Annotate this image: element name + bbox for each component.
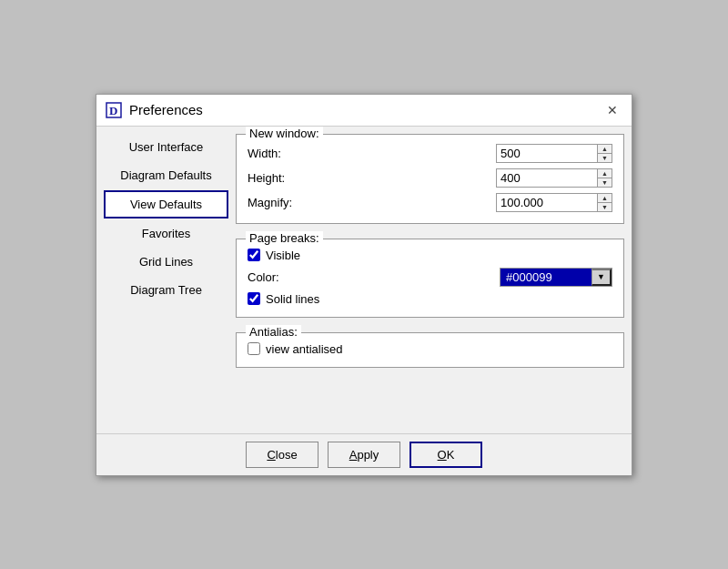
sidebar-item-diagram-tree[interactable]: Diagram Tree: [104, 277, 228, 303]
color-picker-wrapper: ▼: [500, 268, 612, 287]
apply-button[interactable]: Apply: [328, 442, 400, 468]
width-input[interactable]: [497, 145, 597, 162]
magnify-label: Magnify:: [248, 196, 320, 209]
visible-checkbox[interactable]: [248, 249, 260, 261]
magnify-row: Magnify: ▲ ▼: [248, 193, 612, 212]
ok-button[interactable]: OK: [410, 442, 482, 468]
main-panel: New window: Width: ▲ ▼ Height:: [236, 134, 624, 426]
sidebar-item-grid-lines[interactable]: Grid Lines: [104, 249, 228, 275]
solid-lines-row: Solid lines: [248, 292, 612, 306]
view-antialised-row: view antialised: [248, 342, 612, 356]
width-label: Width:: [248, 147, 320, 160]
height-input[interactable]: [497, 169, 597, 187]
height-row: Height: ▲ ▼: [248, 168, 612, 188]
sidebar-item-user-interface[interactable]: User Interface: [104, 134, 228, 160]
color-input[interactable]: [500, 269, 592, 286]
sidebar-item-favorites[interactable]: Favorites: [104, 220, 228, 247]
new-window-legend: New window:: [246, 127, 323, 140]
close-button[interactable]: Close: [246, 442, 318, 468]
width-spin-down[interactable]: ▼: [598, 154, 612, 162]
close-icon-button[interactable]: ✕: [602, 100, 622, 120]
content-area: User Interface Diagram Defaults View Def…: [96, 127, 632, 433]
sidebar-item-view-defaults[interactable]: View Defaults: [104, 190, 228, 218]
svg-text:D: D: [109, 104, 117, 117]
title-bar-left: D Preferences: [106, 102, 203, 118]
magnify-spinner: ▲ ▼: [496, 193, 612, 212]
solid-lines-checkbox[interactable]: [248, 292, 260, 305]
bottom-bar: Close Apply OK: [96, 433, 632, 475]
width-spin-up[interactable]: ▲: [598, 145, 612, 154]
view-antialised-checkbox[interactable]: [248, 342, 260, 355]
preferences-dialog: D Preferences ✕ User Interface Diagram D…: [96, 94, 632, 476]
title-bar: D Preferences ✕: [96, 95, 632, 127]
new-window-group: New window: Width: ▲ ▼ Height:: [236, 134, 624, 224]
page-breaks-group: Page breaks: Visible Color: ▼ Solid line…: [236, 239, 624, 318]
sidebar-item-diagram-defaults[interactable]: Diagram Defaults: [104, 162, 228, 188]
page-breaks-legend: Page breaks:: [246, 231, 323, 245]
antialias-legend: Antialias:: [246, 325, 301, 339]
magnify-input[interactable]: [497, 194, 597, 211]
width-spinner: ▲ ▼: [496, 144, 612, 163]
magnify-spin-up[interactable]: ▲: [598, 194, 612, 203]
height-spin-down[interactable]: ▼: [598, 178, 612, 187]
app-icon: D: [106, 102, 122, 118]
color-dropdown-button[interactable]: ▼: [592, 269, 612, 286]
magnify-spin-down[interactable]: ▼: [598, 203, 612, 211]
color-row: Color: ▼: [248, 268, 612, 287]
solid-lines-label: Solid lines: [266, 292, 319, 306]
color-label: Color:: [248, 270, 320, 284]
view-antialised-label: view antialised: [266, 342, 343, 356]
visible-label: Visible: [266, 249, 300, 262]
width-row: Width: ▲ ▼: [248, 144, 612, 163]
sidebar: User Interface Diagram Defaults View Def…: [104, 134, 236, 426]
visible-row: Visible: [248, 249, 612, 262]
height-spinner: ▲ ▼: [496, 168, 612, 188]
height-spin-up[interactable]: ▲: [598, 169, 612, 178]
dialog-title: Preferences: [129, 102, 203, 117]
antialias-group: Antialias: view antialised: [236, 332, 624, 368]
height-label: Height:: [248, 171, 320, 185]
